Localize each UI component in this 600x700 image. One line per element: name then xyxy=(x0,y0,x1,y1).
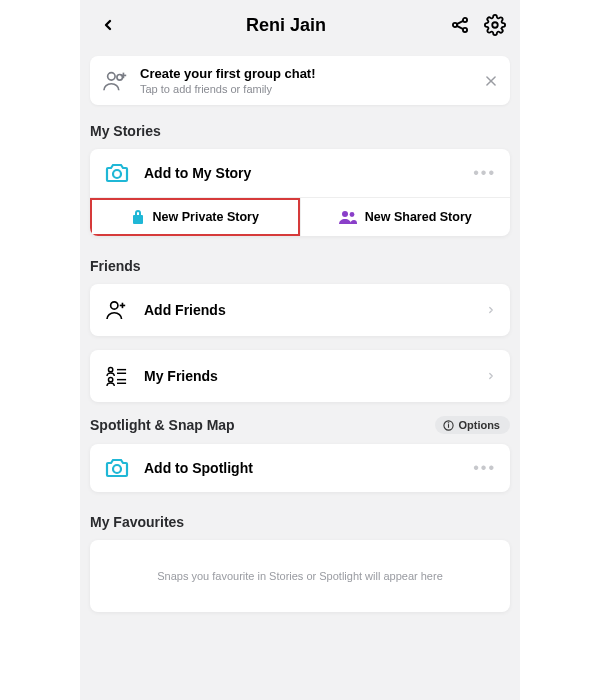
share-icon xyxy=(450,15,470,35)
gear-icon xyxy=(484,14,506,36)
svg-point-12 xyxy=(113,170,121,178)
add-to-spotlight[interactable]: Add to Spotlight ••• xyxy=(90,444,510,492)
section-title-friends: Friends xyxy=(90,258,520,274)
svg-point-19 xyxy=(108,377,112,381)
add-friends-label: Add Friends xyxy=(144,302,472,318)
svg-point-18 xyxy=(108,367,112,371)
favourites-empty-text: Snaps you favourite in Stories or Spotli… xyxy=(104,570,496,582)
svg-point-5 xyxy=(492,22,498,28)
add-to-my-story-label: Add to My Story xyxy=(144,165,459,181)
svg-point-6 xyxy=(108,72,115,79)
stories-card: Add to My Story ••• New Private Story Ne… xyxy=(90,149,510,236)
add-to-spotlight-label: Add to Spotlight xyxy=(144,460,459,476)
svg-point-0 xyxy=(453,23,457,27)
spotlight-card: Add to Spotlight ••• xyxy=(90,444,510,492)
chevron-left-icon xyxy=(100,17,116,33)
back-button[interactable] xyxy=(94,17,122,33)
lock-icon xyxy=(131,209,145,225)
svg-line-4 xyxy=(457,26,463,29)
new-private-story-label: New Private Story xyxy=(153,210,259,224)
new-shared-story-button[interactable]: New Shared Story xyxy=(300,198,511,236)
my-friends-label: My Friends xyxy=(144,368,472,384)
more-icon[interactable]: ••• xyxy=(473,459,496,477)
chevron-right-icon xyxy=(486,302,496,318)
add-friend-icon xyxy=(104,300,130,320)
banner-title: Create your first group chat! xyxy=(140,66,316,81)
close-icon xyxy=(484,74,498,88)
people-icon xyxy=(339,210,357,224)
svg-point-14 xyxy=(349,212,354,217)
add-to-my-story[interactable]: Add to My Story ••• xyxy=(90,149,510,197)
my-friends-row[interactable]: My Friends xyxy=(90,350,510,402)
page-title: Reni Jain xyxy=(122,15,450,36)
group-chat-banner[interactable]: Create your first group chat! Tap to add… xyxy=(90,56,510,105)
more-icon[interactable]: ••• xyxy=(473,164,496,182)
new-shared-story-label: New Shared Story xyxy=(365,210,472,224)
section-title-stories: My Stories xyxy=(90,123,520,139)
svg-point-15 xyxy=(111,302,118,309)
svg-point-1 xyxy=(463,18,467,22)
options-button[interactable]: Options xyxy=(435,416,510,434)
options-label: Options xyxy=(458,419,500,431)
chevron-right-icon xyxy=(486,368,496,384)
share-button[interactable] xyxy=(450,15,470,35)
settings-button[interactable] xyxy=(484,14,506,36)
banner-subtitle: Tap to add friends or family xyxy=(140,83,316,95)
svg-point-27 xyxy=(113,465,121,473)
svg-point-2 xyxy=(463,28,467,32)
camera-icon xyxy=(104,163,130,183)
new-private-story-button[interactable]: New Private Story xyxy=(90,198,300,236)
info-icon xyxy=(443,420,454,431)
svg-line-3 xyxy=(457,21,463,24)
section-title-favourites: My Favourites xyxy=(90,514,520,530)
add-friends-row[interactable]: Add Friends xyxy=(90,284,510,336)
friends-list-icon xyxy=(104,366,130,386)
svg-point-13 xyxy=(342,211,348,217)
favourites-card: Snaps you favourite in Stories or Spotli… xyxy=(90,540,510,612)
banner-close-button[interactable] xyxy=(480,70,502,92)
camera-icon xyxy=(104,458,130,478)
section-title-spotlight: Spotlight & Snap Map xyxy=(90,417,235,433)
person-plus-icon xyxy=(102,70,130,92)
